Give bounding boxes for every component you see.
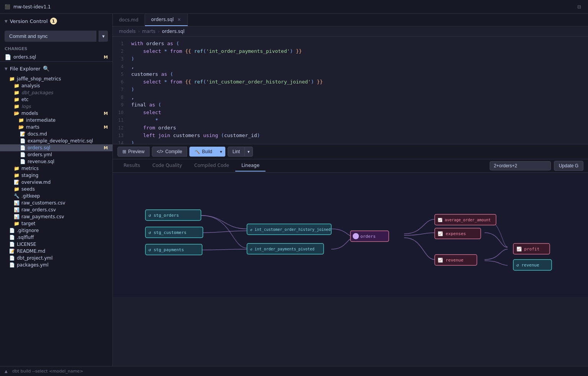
app-icon: ⬛ (5, 4, 10, 10)
folder-dbt-packages[interactable]: 📁 dbt_packages (0, 89, 112, 96)
file-icon: 📄 (20, 152, 26, 157)
folder-logs[interactable]: 📁 logs (0, 103, 112, 110)
code-editor[interactable]: 1 2 3 4 5 6 7 8 9 10 11 12 13 14 15 16 1… (113, 37, 588, 144)
vc-file-item-orders[interactable]: 📄 orders.sql M (0, 53, 112, 61)
svg-text:📈 revenue: 📈 revenue (438, 257, 463, 263)
folder-icon: 📁 (14, 166, 20, 171)
lint-button[interactable]: Lint (228, 147, 245, 157)
file-raw-orders[interactable]: 📊 raw_orders.csv (0, 206, 112, 213)
changes-label: Changes (0, 44, 112, 53)
file-dbt-project-yml[interactable]: 📄 dbt_project.yml (0, 255, 112, 262)
file-icon: 📄 (20, 145, 26, 150)
file-icon: 📄 (9, 242, 15, 247)
file-docs-md[interactable]: 📝 docs.md (0, 131, 112, 137)
svg-text:📈 profit: 📈 profit (516, 246, 539, 252)
folder-icon: 📁 (14, 104, 20, 109)
top-bar: ⬛ mw-test-idev1.1 ⊟ (0, 0, 588, 14)
file-icon: 📝 (9, 248, 15, 254)
chevron-down-icon: ▼ (5, 67, 8, 71)
file-gitkeep[interactable]: 🔧 .gitkeep (0, 193, 112, 199)
file-explorer-header[interactable]: ▼ File Explorer 🔍 (0, 62, 112, 75)
file-packages-yml[interactable]: 📄 packages.yml (0, 262, 112, 268)
compile-button[interactable]: </> Compile (152, 147, 187, 157)
preview-group: ⊞ Preview (117, 147, 150, 157)
file-example-develop[interactable]: 📄 example_develop_metric.sql (0, 137, 112, 144)
folder-metrics[interactable]: 📁 metrics (0, 165, 112, 172)
file-icon: 🔧 (14, 193, 20, 199)
lineage-graph[interactable]: ↺ stg_orders ↺ stg_customers ↺ stg_payme… (113, 173, 588, 297)
code-line-9: select * from {{ ref('int_customer_order… (131, 78, 588, 86)
file-license[interactable]: 📄 LICENSE (0, 241, 112, 248)
file-raw-customers[interactable]: 📊 raw_customers.csv (0, 199, 112, 206)
status-terminal-label: dbt build --select <model_name> (12, 369, 83, 374)
file-icon: 📄 (9, 228, 15, 233)
line-numbers: 1 2 3 4 5 6 7 8 9 10 11 12 13 14 15 16 1… (113, 37, 128, 144)
code-line-7: customers as ( (131, 70, 588, 78)
file-readme[interactable]: 📝 README.md (0, 248, 112, 255)
folder-intermediate[interactable]: 📁 intermediate (0, 117, 112, 124)
file-icon: 📊 (14, 214, 20, 219)
lineage-svg: ↺ stg_orders ↺ stg_customers ↺ stg_payme… (113, 173, 588, 297)
tab-compiled-code[interactable]: Compiled Code (188, 160, 235, 172)
breadcrumb-file[interactable]: orders.sql (162, 29, 184, 34)
file-icon: 📝 (20, 131, 26, 137)
folder-open-icon: 📂 (14, 111, 20, 116)
editor-area: docs.md orders.sql × models › marts › or… (113, 14, 588, 366)
folder-seeds[interactable]: 📁 seeds (0, 186, 112, 193)
code-line-1: with orders as ( (131, 40, 588, 47)
file-icon: 📄 (9, 235, 15, 240)
version-control-header[interactable]: ▼ Version Control 1 (0, 14, 112, 28)
file-icon: 📄 (9, 255, 15, 261)
file-sqlfluff[interactable]: 📄 .sqlfluff (0, 234, 112, 241)
breadcrumb-marts[interactable]: marts (142, 29, 155, 34)
bottom-tabs-bar: Results Code Quality Compiled Code Linea… (113, 159, 588, 173)
folder-target[interactable]: 📁 target (0, 220, 112, 227)
file-gitignore[interactable]: 📄 .gitignore (0, 227, 112, 234)
tab-code-quality[interactable]: Code Quality (146, 160, 188, 172)
file-overview-md[interactable]: 📝 overview.md (0, 179, 112, 186)
svg-text:📈 expenses: 📈 expenses (438, 231, 466, 236)
lint-chevron-button[interactable]: ▾ (245, 147, 253, 157)
split-view-button[interactable]: ⊟ (575, 3, 583, 10)
commit-chevron-button[interactable]: ▾ (99, 31, 108, 42)
breadcrumb-models[interactable]: models (119, 29, 136, 34)
file-orders-yml[interactable]: 📄 orders.yml (0, 151, 112, 158)
build-button[interactable]: 🔨 Build (189, 147, 217, 157)
folder-marts[interactable]: 📂 marts M (0, 124, 112, 131)
table-icon: ⊞ (122, 149, 126, 154)
folder-staging[interactable]: 📁 staging (0, 172, 112, 179)
lineage-selector-input[interactable] (490, 161, 551, 170)
folder-etc[interactable]: 📁 etc (0, 96, 112, 103)
folder-icon: 📁 (9, 76, 15, 82)
chevron-down-icon: ▼ (5, 19, 8, 23)
folder-jaffle-shop[interactable]: 📁 jaffle_shop_metrics (0, 75, 112, 82)
bottom-panel: ⊞ Preview </> Compile 🔨 Build ▾ (113, 144, 588, 297)
tab-docs-md[interactable]: docs.md (113, 14, 145, 26)
vc-file-badge: M (104, 55, 108, 60)
preview-button[interactable]: ⊞ Preview (117, 147, 150, 157)
tab-close-button[interactable]: × (177, 17, 181, 22)
code-line-5: ) (131, 55, 588, 63)
folder-models[interactable]: 📂 models M (0, 110, 112, 117)
commit-sync-button[interactable]: Commit and sync (5, 31, 96, 42)
build-group: 🔨 Build ▾ (189, 147, 225, 157)
breadcrumb-sep: › (138, 29, 140, 34)
breadcrumb: models › marts › orders.sql (113, 26, 588, 37)
file-search-button[interactable]: 🔍 (43, 65, 49, 72)
tab-results[interactable]: Results (117, 160, 146, 172)
vc-file-name: orders.sql (13, 54, 101, 60)
file-raw-payments[interactable]: 📊 raw_payments.csv (0, 213, 112, 220)
build-chevron-button[interactable]: ▾ (217, 147, 225, 157)
svg-text:↺ stg_customers: ↺ stg_customers (148, 230, 186, 235)
folder-analysis[interactable]: 📁 analysis (0, 82, 112, 89)
file-revenue-sql[interactable]: 📄 revenue.sql (0, 158, 112, 165)
version-control-label: Version Control (10, 18, 48, 24)
file-orders-sql[interactable]: 📄 orders.sql M (0, 144, 112, 151)
tab-orders-sql[interactable]: orders.sql × (145, 14, 188, 26)
tab-label: docs.md (119, 17, 138, 23)
folder-icon: 📁 (18, 118, 24, 123)
tab-lineage[interactable]: Lineage (235, 160, 265, 172)
update-graph-button[interactable]: Update G (554, 161, 583, 171)
compile-group: </> Compile (152, 147, 187, 157)
file-icon: 📊 (14, 207, 20, 213)
